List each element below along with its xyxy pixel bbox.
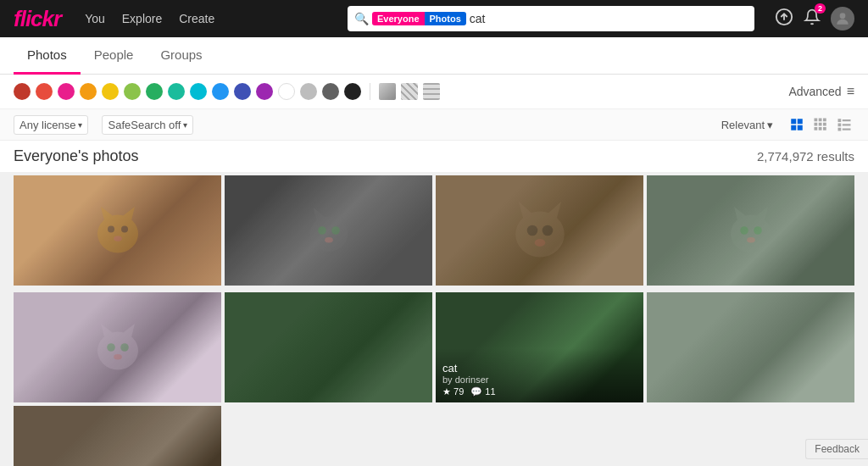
color-red[interactable]: [14, 83, 31, 100]
grid-small-view-button[interactable]: [810, 114, 831, 135]
svg-point-46: [97, 332, 138, 370]
results-count: 2,774,972 results: [757, 149, 854, 164]
svg-marker-29: [313, 208, 325, 221]
tab-people[interactable]: People: [81, 37, 147, 75]
feedback-button[interactable]: Feedback: [805, 439, 868, 459]
svg-point-2: [840, 13, 846, 19]
color-teal[interactable]: [168, 83, 185, 100]
texture-crosshatch[interactable]: [423, 83, 440, 100]
photo-stars: ★ 79: [442, 386, 464, 397]
color-purple[interactable]: [256, 83, 273, 100]
advanced-button[interactable]: Advanced ≡: [788, 84, 854, 99]
texture-gradient[interactable]: [379, 83, 396, 100]
photo-item[interactable]: [14, 292, 221, 402]
cat-photo-2: [225, 175, 432, 286]
nav-explore[interactable]: Explore: [115, 8, 169, 29]
svg-marker-36: [548, 202, 561, 219]
svg-point-31: [318, 226, 326, 235]
sort-arrow-icon: ▾: [767, 119, 773, 131]
svg-point-50: [120, 343, 129, 352]
photo-item[interactable]: [647, 175, 854, 286]
color-pink[interactable]: [58, 83, 75, 100]
notification-badge: 2: [815, 3, 826, 14]
color-lime[interactable]: [124, 83, 141, 100]
svg-point-27: [114, 236, 122, 241]
svg-rect-3: [791, 119, 796, 124]
tab-groups[interactable]: Groups: [147, 37, 215, 75]
view-toggle: Relevant ▾: [721, 114, 854, 135]
color-black[interactable]: [344, 83, 361, 100]
color-dark-gray[interactable]: [322, 83, 339, 100]
tab-photos[interactable]: Photos: [14, 37, 81, 75]
sort-button[interactable]: Relevant ▾: [721, 119, 773, 131]
color-green[interactable]: [146, 83, 163, 100]
results-header: Everyone's photos 2,774,972 results: [0, 141, 868, 172]
nav-you[interactable]: You: [78, 8, 112, 29]
color-filter-bar: Advanced ≡: [0, 75, 868, 109]
svg-rect-4: [798, 119, 803, 124]
svg-rect-12: [823, 123, 826, 126]
svg-point-37: [526, 225, 537, 236]
svg-rect-8: [819, 119, 822, 122]
svg-rect-7: [815, 119, 818, 122]
photo-item[interactable]: [647, 292, 854, 402]
photo-item[interactable]: [14, 175, 221, 286]
photo-comments: 💬 11: [470, 386, 495, 397]
flickr-logo[interactable]: flickr: [14, 6, 61, 32]
license-arrow-icon: ▾: [78, 120, 82, 130]
color-light-gray[interactable]: [300, 83, 317, 100]
cat-photo-5: [14, 292, 221, 402]
photo-item[interactable]: [436, 175, 643, 286]
photo-item[interactable]: [225, 292, 432, 402]
svg-point-45: [747, 237, 755, 242]
search-icon: 🔍: [354, 12, 369, 25]
safesearch-filter[interactable]: SafeSearch off ▾: [102, 115, 193, 135]
color-cyan[interactable]: [190, 83, 207, 100]
svg-marker-47: [101, 324, 113, 337]
svg-rect-20: [838, 128, 842, 131]
search-tabs-bar: Photos People Groups: [0, 37, 868, 75]
color-white[interactable]: [278, 83, 295, 100]
svg-point-39: [534, 239, 545, 247]
svg-rect-14: [819, 127, 822, 130]
list-view-button[interactable]: [834, 114, 854, 135]
photo-name: cat: [442, 362, 637, 374]
color-yellow[interactable]: [102, 83, 119, 100]
grid-large-view-button[interactable]: [787, 114, 807, 135]
color-orange[interactable]: [80, 83, 97, 100]
upload-icon[interactable]: [775, 8, 793, 31]
svg-point-28: [309, 216, 348, 252]
cat-photo-4: [647, 175, 854, 286]
cat-photo-3: [436, 175, 643, 286]
notification-icon[interactable]: 2: [804, 8, 821, 30]
color-orange-red[interactable]: [36, 83, 53, 100]
photo-grid-row-2: cat by dorinser ★ 79 💬 11 ••• Search for…: [0, 289, 868, 466]
search-tab-everyone[interactable]: Everyone: [372, 12, 425, 25]
search-bar: 🔍 Everyone Photos: [348, 6, 754, 31]
svg-point-34: [515, 212, 565, 258]
photo-item-with-menu[interactable]: cat by dorinser ★ 79 💬 11: [436, 292, 643, 402]
search-tab-photos[interactable]: Photos: [425, 12, 466, 25]
svg-rect-6: [798, 125, 803, 130]
svg-point-38: [542, 225, 553, 236]
texture-pattern[interactable]: [401, 83, 418, 100]
avatar[interactable]: [831, 7, 854, 31]
svg-marker-30: [332, 208, 344, 221]
svg-point-49: [107, 343, 115, 352]
svg-rect-5: [791, 125, 796, 130]
svg-marker-48: [123, 324, 135, 337]
photo-grid-row-1: [0, 172, 868, 289]
photo-item[interactable]: [14, 406, 221, 466]
nav-create[interactable]: Create: [172, 8, 221, 29]
svg-point-26: [121, 225, 128, 232]
color-blue[interactable]: [212, 83, 229, 100]
svg-marker-23: [101, 207, 113, 220]
color-indigo[interactable]: [234, 83, 251, 100]
license-filter[interactable]: Any license ▾: [14, 115, 88, 135]
photo-item[interactable]: [225, 175, 432, 286]
svg-rect-19: [843, 124, 851, 125]
header-icons: 2: [775, 7, 854, 31]
menu-lines-icon: ≡: [847, 84, 854, 99]
search-input[interactable]: [470, 12, 748, 25]
svg-rect-15: [823, 127, 826, 130]
